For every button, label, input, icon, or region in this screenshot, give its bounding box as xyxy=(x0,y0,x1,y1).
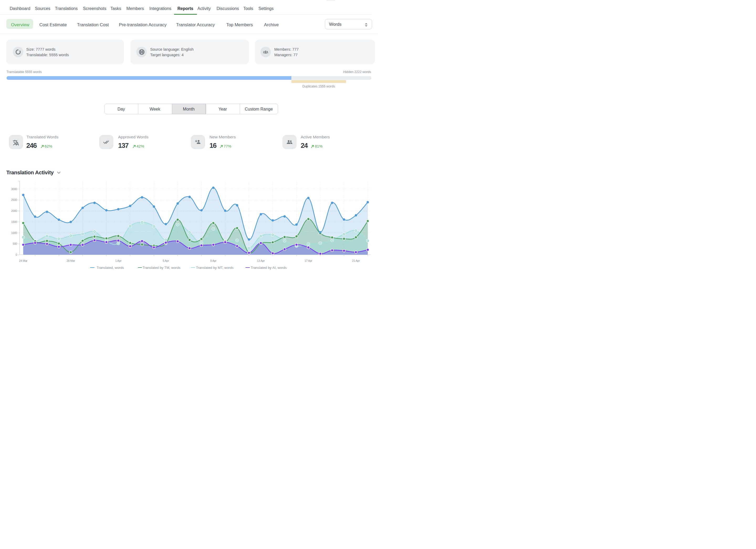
svg-text:500: 500 xyxy=(13,242,17,245)
svg-text:9 Apr: 9 Apr xyxy=(210,259,217,262)
svg-text:5 Apr: 5 Apr xyxy=(163,259,169,262)
svg-text:0: 0 xyxy=(16,253,17,256)
svg-text:1500: 1500 xyxy=(11,220,17,223)
svg-text:A: A xyxy=(15,141,19,146)
svg-text:2500: 2500 xyxy=(11,198,17,201)
svg-text:1 Apr: 1 Apr xyxy=(115,259,122,262)
svg-text:1000: 1000 xyxy=(11,231,17,234)
svg-text:3000: 3000 xyxy=(11,187,17,191)
svg-text:17 Apr: 17 Apr xyxy=(305,259,312,262)
svg-text:21 Apr: 21 Apr xyxy=(352,259,360,262)
svg-text:13 Apr: 13 Apr xyxy=(257,259,265,262)
svg-text:28 Mar: 28 Mar xyxy=(67,259,75,262)
svg-text:24 Mar: 24 Mar xyxy=(19,259,28,262)
svg-text:2000: 2000 xyxy=(11,209,17,212)
